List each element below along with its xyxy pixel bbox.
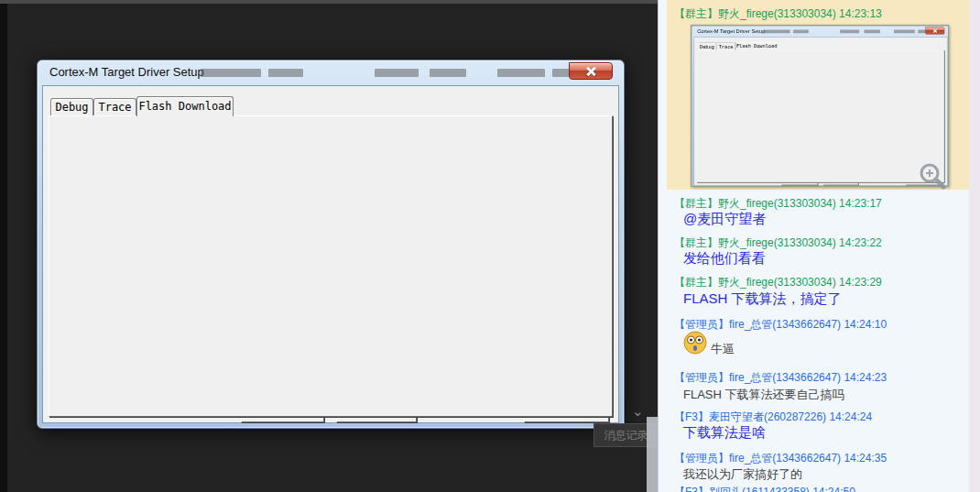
message-text: 我还以为厂家搞好了的 [683,466,802,483]
tab-trace: Trace [716,42,735,49]
close-icon [933,28,937,32]
dialog-client-area: Debug Trace Flash Download Download Func… [42,85,619,423]
message-text: @麦田守望者 [683,211,766,228]
background-menu-ghost [497,69,545,77]
background-menu-ghost [430,69,466,77]
tab-flash-download[interactable]: Flash Download [136,96,234,116]
screen: Cortex-M Target Driver Setup Debug Trace… [0,0,980,492]
background-window: Cortex-M Target Driver Setup Debug Trace… [0,0,658,492]
tab-debug: Debug [698,42,717,49]
message-text: 下载算法是啥 [683,424,766,442]
background-menu-ghost [840,29,859,33]
magnifier-icon[interactable] [918,161,947,191]
background-menu-ghost [764,29,790,33]
message-history-label: 消息记录 [604,428,648,443]
background-menu-ghost [201,69,261,77]
tab-flash-download: Flash Download [735,42,779,51]
message-text: FLASH 下载算法，搞定了 [683,290,842,308]
tab-panel [697,50,945,183]
message-header: 【管理员】fire_总管(1343662647) 14:24:23 [674,370,887,386]
background-menu-ghost [793,29,809,33]
message-header: 【F3】别回头(1611433358) 14:24:50 [674,485,855,492]
message-header: 【群主】野火_firege(313303034) 14:23:22 [674,235,882,251]
message-header: 【管理员】fire_总管(1343662647) 14:24:35 [674,451,887,466]
chat-image-thumbnail[interactable]: Cortex-M Target Driver Setup Debug Trace… [691,25,949,187]
background-menu-ghost [894,29,915,33]
close-button [925,27,944,34]
background-menu-ghost [864,29,880,33]
chat-panel: 【群主】野火_firege(313303034) 14:23:13 Cortex… [658,0,980,492]
dialog-cortex-m-target-driver-setup: Cortex-M Target Driver Setup Debug Trace… [37,60,625,429]
dialog-title: Cortex-M Target Driver Setup [49,65,204,79]
close-icon [586,67,595,76]
background-menu-ghost [268,69,303,77]
message-text: 牛逼 [711,341,735,357]
dialog-client-area: Debug Trace Flash Download Download Func… [694,37,948,185]
shocked-face-emoji-icon [683,331,707,355]
dialog-cortex-m-target-driver-setup: Cortex-M Target Driver Setup Debug Trace… [691,26,949,187]
chat-scrollbar[interactable] [969,0,980,492]
close-button[interactable] [569,62,613,80]
left-strip [0,4,7,492]
tab-trace[interactable]: Trace [93,98,136,115]
top-strip [0,0,658,4]
message-text: FLASH 下载算法还要自己搞吗 [683,387,844,403]
message-text: 发给他们看看 [683,250,766,268]
message-header: 【群主】野火_firege(313303034) 14:23:29 [674,275,882,290]
tab-debug[interactable]: Debug [50,98,93,115]
thumbnail-content: Cortex-M Target Driver Setup Debug Trace… [691,26,949,187]
collapse-chevron-icon[interactable]: ⌄ [632,404,644,418]
message-header: 【群主】野火_firege(313303034) 14:23:17 [674,196,882,212]
dialog-title: Cortex-M Target Driver Setup [697,28,765,35]
background-menu-ghost [375,69,419,77]
panel-edge-strip [647,417,658,492]
message-header: 【群主】野火_firege(313303034) 14:23:13 [674,6,882,22]
message-header: 【F3】麦田守望者(260287226) 14:24:24 [674,410,872,425]
tab-panel [49,115,613,417]
